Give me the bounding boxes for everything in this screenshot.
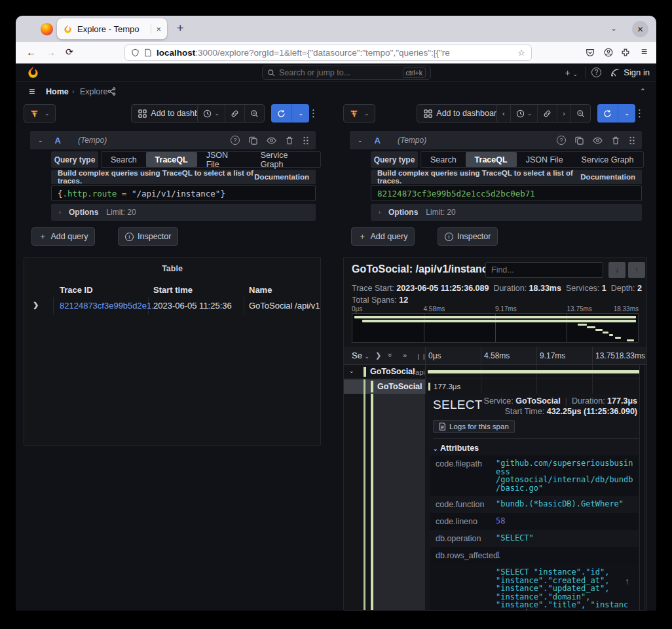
traceql-query-input[interactable]: {.http.route = "/api/v1/instance"}: [51, 185, 316, 201]
scroll-to-top-icon[interactable]: ↑: [625, 576, 629, 586]
breadcrumb-home[interactable]: Home: [46, 87, 69, 96]
breadcrumb-current[interactable]: Explore: [80, 87, 107, 96]
column-header-trace-id[interactable]: Trace ID: [60, 285, 93, 295]
collapse-toolbar-chevron-icon[interactable]: ⌃: [640, 87, 646, 96]
collapse-one-icon[interactable]: ❯: [375, 351, 381, 360]
add-query-button[interactable]: ＋Add query: [31, 227, 95, 246]
sign-in-link[interactable]: Sign in: [624, 67, 650, 77]
run-query-button[interactable]: ⌄: [271, 104, 309, 123]
drag-handle-icon[interactable]: [629, 136, 635, 145]
tab-close-icon[interactable]: ×: [151, 24, 161, 34]
duplicate-query-icon[interactable]: [249, 136, 257, 145]
query-type-tab-json-file[interactable]: JSON File: [197, 152, 252, 167]
zoom-out-button[interactable]: [570, 105, 590, 122]
help-icon[interactable]: ?: [591, 67, 601, 77]
time-picker-button[interactable]: ⌄: [198, 105, 225, 122]
documentation-link[interactable]: Documentation: [254, 173, 309, 181]
inspector-button[interactable]: i Inspector: [118, 227, 178, 246]
attribute-row[interactable]: db.rows_affected 1: [430, 547, 639, 564]
query-type-tab-traceql[interactable]: TraceQL: [466, 152, 517, 167]
query-type-tab-json-file[interactable]: JSON File: [517, 152, 572, 167]
pane-kebab-menu[interactable]: ⋮: [306, 107, 321, 119]
page-info-icon[interactable]: [144, 48, 152, 57]
trace-id-link[interactable]: 82124873cf3e99b5d2e1...: [60, 301, 159, 311]
query-ref-id[interactable]: A: [55, 136, 61, 145]
column-header-name[interactable]: Name: [249, 285, 272, 295]
datasource-picker[interactable]: ⌄: [24, 104, 56, 123]
attribute-row-db-statement[interactable]: "SELECT "instance"."id", "instance"."cre…: [430, 564, 639, 611]
mega-menu-icon[interactable]: ≡: [29, 86, 35, 98]
scrollbar-track[interactable]: [639, 365, 645, 610]
time-shift-back-button[interactable]: ‹: [497, 105, 510, 122]
query-collapse-chevron-icon[interactable]: ⌄: [358, 137, 363, 143]
span-service-name[interactable]: GoToSocial: [377, 382, 422, 391]
run-query-button[interactable]: ⌄: [597, 104, 635, 123]
link-split-button[interactable]: [537, 105, 557, 122]
zoom-out-button[interactable]: [244, 105, 264, 122]
link-split-button[interactable]: [225, 105, 244, 122]
find-prev-button[interactable]: ↑: [628, 262, 645, 278]
find-next-button[interactable]: ↓: [608, 262, 625, 278]
pane-kebab-menu[interactable]: ⋮: [632, 107, 647, 119]
shield-permissions-icon[interactable]: [131, 48, 140, 57]
attributes-section-header[interactable]: ⌄ Attributes: [433, 444, 479, 453]
attribute-row[interactable]: db.operation "SELECT": [430, 530, 639, 547]
back-icon[interactable]: ←: [26, 47, 36, 58]
trace-minimap[interactable]: [352, 313, 639, 343]
query-row-header[interactable]: ⌄ A (Tempo) ?: [30, 131, 316, 149]
table-row[interactable]: ❯ 82124873cf3e99b5d2e1... 2023-06-05 11:…: [24, 297, 320, 315]
query-ref-id[interactable]: A: [375, 136, 381, 145]
query-options-row[interactable]: › Options Limit: 20: [371, 204, 642, 221]
attribute-row[interactable]: code.lineno 58: [430, 513, 639, 530]
query-type-tab-traceql[interactable]: TraceQL: [146, 152, 197, 167]
inspector-button[interactable]: i Inspector: [438, 227, 498, 246]
extensions-icon[interactable]: [621, 48, 630, 57]
span-collapse-chevron-icon[interactable]: ⌄: [349, 368, 354, 374]
url-bar[interactable]: localhost:3000/explore?orgId=1&left={"da…: [124, 45, 532, 61]
query-type-tab-service-graph[interactable]: Service Graph: [252, 152, 320, 167]
pocket-icon[interactable]: [586, 48, 595, 57]
delete-query-trash-icon[interactable]: [286, 136, 293, 145]
search-input[interactable]: [279, 68, 399, 77]
query-help-icon[interactable]: ?: [231, 136, 240, 145]
firefox-icon[interactable]: [41, 23, 53, 35]
query-row-header[interactable]: ⌄ A (Tempo) ?: [350, 131, 642, 149]
documentation-link[interactable]: Documentation: [580, 173, 635, 181]
add-to-dashboard-button[interactable]: Add to dashboard: [417, 104, 508, 123]
time-picker-button[interactable]: ⌄: [510, 105, 538, 122]
add-query-button[interactable]: ＋Add query: [351, 227, 415, 246]
span-service-name[interactable]: GoToSocial: [370, 367, 415, 376]
attribute-row[interactable]: code.filepath "github.com/superseriousbu…: [430, 455, 639, 496]
span-row-root[interactable]: ⌄ GoToSocial /api/: [344, 365, 646, 379]
service-operation-header[interactable]: Se ⌄: [352, 351, 369, 360]
span-duration-bar[interactable]: [428, 370, 643, 373]
datasource-picker[interactable]: ⌄: [343, 104, 375, 123]
find-input[interactable]: [485, 262, 603, 278]
window-close-button[interactable]: ✕: [632, 21, 648, 37]
menu-icon[interactable]: ≡: [641, 46, 647, 58]
forward-icon[interactable]: →: [46, 47, 56, 58]
share-icon[interactable]: [107, 87, 116, 96]
drag-handle-icon[interactable]: [303, 136, 309, 145]
time-shift-forward-button[interactable]: ›: [557, 105, 570, 122]
grafana-logo-icon[interactable]: [26, 66, 40, 79]
span-row-selected[interactable]: GoToSocial 177.3μs: [344, 379, 646, 394]
duplicate-query-icon[interactable]: [575, 136, 584, 145]
add-menu-button[interactable]: + ⌄: [565, 67, 578, 78]
query-type-tab-service-graph[interactable]: Service Graph: [572, 152, 643, 167]
browser-tab[interactable]: Explore - Tempo ×: [57, 18, 167, 39]
reload-icon[interactable]: ⟳: [65, 47, 73, 57]
expand-row-chevron-icon[interactable]: ❯: [33, 301, 39, 309]
disable-query-eye-icon[interactable]: [593, 136, 603, 145]
disable-query-eye-icon[interactable]: [267, 136, 276, 145]
query-type-tab-search[interactable]: Search: [102, 152, 146, 167]
collapse-all-icon[interactable]: »: [386, 353, 394, 357]
logs-for-span-button[interactable]: Logs for this span: [433, 420, 515, 433]
attribute-row[interactable]: code.function "bundb.(*basicDB).GetWhere…: [430, 496, 639, 513]
traceql-query-input[interactable]: 82124873cf3e99b5d2e1cc5d2bc0eb71: [371, 185, 642, 201]
column-header-start-time[interactable]: Start time: [153, 285, 193, 295]
tab-list-chevron-icon[interactable]: ⌄: [610, 24, 617, 33]
query-options-row[interactable]: › Options Limit: 20: [51, 204, 316, 221]
delete-query-trash-icon[interactable]: [612, 136, 620, 145]
table-panel-title[interactable]: Table: [24, 257, 320, 273]
